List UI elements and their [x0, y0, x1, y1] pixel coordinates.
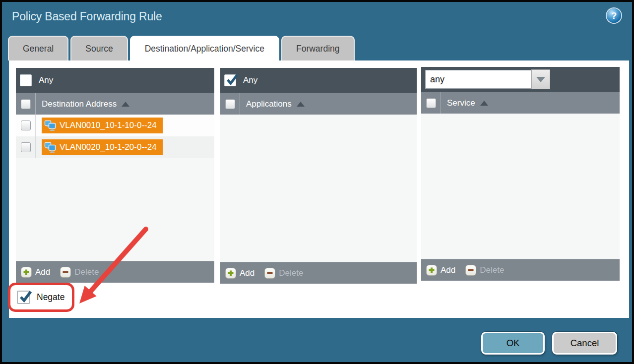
service-column-header[interactable]: Service [447, 98, 475, 108]
address-object-icon [44, 120, 56, 131]
tab-general[interactable]: General [8, 36, 68, 61]
destination-actions-bar: Add Delete [16, 261, 214, 283]
service-dropdown-value: any [430, 74, 444, 85]
checkmark-icon [18, 290, 34, 305]
pbf-rule-dialog: Policy Based Forwarding Rule ? General S… [0, 0, 634, 364]
delete-button[interactable]: Delete [60, 267, 99, 278]
applications-actions-bar: Add Delete [220, 262, 417, 284]
negate-checkbox[interactable] [17, 291, 30, 304]
destination-any-bar: Any [16, 68, 214, 93]
row-checkbox[interactable] [21, 142, 31, 152]
address-object-chip[interactable]: VLAN0020_10-1-20-0--24 [42, 139, 163, 155]
plus-icon [225, 268, 236, 279]
add-button[interactable]: Add [426, 265, 455, 276]
tab-destination-application-service[interactable]: Destination/Application/Service [130, 36, 279, 62]
delete-button[interactable]: Delete [465, 265, 504, 276]
dropdown-arrow-button[interactable] [531, 69, 550, 89]
service-dropdown-bar: any [421, 67, 620, 92]
sort-ascending-icon[interactable] [122, 102, 129, 107]
ok-button[interactable]: OK [481, 332, 545, 355]
destination-any-checkbox[interactable] [20, 74, 32, 86]
minus-icon [60, 267, 71, 278]
dialog-title: Policy Based Forwarding Rule [12, 10, 162, 23]
applications-select-all-checkbox[interactable] [225, 99, 235, 109]
service-list [421, 114, 620, 259]
help-icon[interactable]: ? [607, 8, 621, 23]
table-row[interactable]: VLAN0010_10-1-10-0--24 [16, 115, 214, 136]
applications-column-header[interactable]: Applications [246, 99, 292, 109]
destination-column-header[interactable]: Destination Address [42, 99, 117, 109]
applications-any-label: Any [243, 75, 257, 85]
service-dropdown[interactable]: any [425, 70, 531, 89]
destination-any-label: Any [39, 75, 53, 85]
destination-panel: Any Destination Address [16, 68, 214, 283]
applications-any-checkbox[interactable] [224, 74, 236, 86]
applications-panel: Any Applications Add [220, 68, 417, 284]
service-actions-bar: Add Delete [421, 259, 620, 281]
tab-forwarding[interactable]: Forwarding [281, 36, 355, 61]
delete-button[interactable]: Delete [264, 268, 303, 279]
destination-list: VLAN0010_10-1-10-0--24 [16, 115, 214, 261]
question-mark-glyph: ? [611, 10, 617, 21]
cancel-button[interactable]: Cancel [552, 332, 617, 355]
address-object-chip[interactable]: VLAN0010_10-1-10-0--24 [42, 118, 163, 133]
negate-label: Negate [37, 292, 64, 303]
minus-icon [465, 265, 476, 276]
tab-bar: General Source Destination/Application/S… [8, 36, 355, 62]
applications-list [220, 115, 417, 262]
content-area: Any Destination Address [9, 61, 629, 318]
add-button[interactable]: Add [225, 268, 254, 279]
sort-ascending-icon[interactable] [297, 102, 305, 107]
service-panel: any Service Add [421, 67, 620, 281]
address-object-label: VLAN0010_10-1-10-0--24 [60, 121, 157, 130]
negate-highlight-box: Negate [8, 283, 74, 312]
address-object-icon [44, 142, 56, 153]
checkmark-icon [225, 73, 240, 88]
plus-icon [21, 267, 32, 278]
destination-column-header-bar: Destination Address [16, 93, 214, 115]
service-select-all-checkbox[interactable] [426, 98, 436, 108]
address-object-label: VLAN0020_10-1-20-0--24 [60, 142, 157, 152]
chevron-down-icon [536, 77, 545, 82]
plus-icon [426, 265, 437, 276]
applications-column-header-bar: Applications [220, 93, 417, 115]
sort-ascending-icon[interactable] [480, 101, 488, 106]
applications-any-bar: Any [220, 68, 417, 93]
row-checkbox[interactable] [21, 121, 31, 130]
service-column-header-bar: Service [421, 92, 620, 114]
minus-icon [264, 268, 275, 279]
table-row[interactable]: VLAN0020_10-1-20-0--24 [16, 136, 214, 158]
destination-select-all-checkbox[interactable] [21, 99, 31, 109]
add-button[interactable]: Add [21, 267, 50, 278]
tab-source[interactable]: Source [70, 36, 127, 61]
